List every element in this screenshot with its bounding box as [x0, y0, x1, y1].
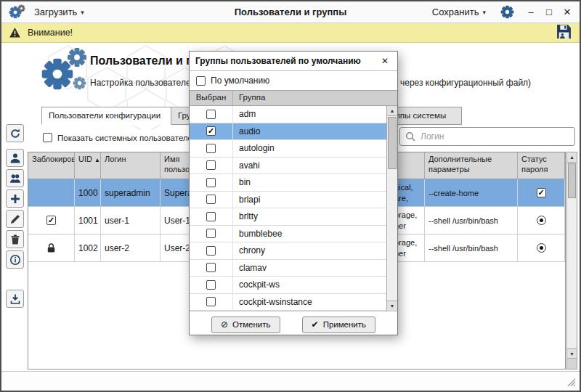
scroll-down-button[interactable]: ▼: [387, 301, 397, 311]
close-button[interactable]: ✕: [562, 7, 572, 17]
dialog-close-button[interactable]: ✕: [378, 54, 391, 68]
tab-users-config[interactable]: Пользователи конфигурации: [41, 107, 171, 125]
checkbox-checked-icon[interactable]: [537, 188, 546, 197]
group-name: avahi: [233, 158, 260, 174]
group-checkbox[interactable]: [206, 126, 216, 136]
group-checkbox[interactable]: [206, 195, 216, 204]
group-row[interactable]: audio: [190, 123, 397, 141]
group-row[interactable]: avahi: [190, 158, 397, 175]
group-checkbox[interactable]: [206, 110, 216, 119]
chevron-down-icon: ▾: [482, 9, 486, 16]
show-system-users-label: Показать системных пользователей: [57, 134, 197, 142]
warning-bar: Внимание!: [1, 23, 580, 43]
user-groups-button[interactable]: [6, 169, 24, 187]
arrow-down-icon: ▼: [390, 303, 395, 309]
uid-cell: 1001: [75, 207, 101, 234]
default-checkbox-label: По умолчанию: [211, 75, 269, 86]
group-name: chrony: [233, 242, 265, 259]
column-extra-params[interactable]: Дополнительные параметры: [425, 152, 518, 179]
uid-cell: 1000: [75, 179, 101, 206]
group-row[interactable]: cockpit-wsinstance: [190, 294, 397, 311]
window-controls: – □ ✕: [526, 7, 572, 17]
group-row[interactable]: bin: [190, 174, 397, 192]
scrollbar-corner: [567, 358, 577, 369]
column-uid[interactable]: UID ▲: [75, 152, 101, 179]
group-row[interactable]: clamav: [190, 260, 397, 277]
group-checkbox[interactable]: [206, 280, 216, 290]
show-system-users-checkbox[interactable]: [43, 133, 52, 142]
arrow-up-icon: ▲: [569, 155, 574, 160]
delete-button[interactable]: [6, 230, 24, 248]
cancel-button[interactable]: ⊘ Отменить: [211, 317, 280, 333]
load-label: Загрузить: [34, 7, 77, 17]
locked-cell: [28, 207, 75, 234]
apply-button[interactable]: ✔ Применить: [302, 317, 375, 333]
group-row[interactable]: bumblebee: [190, 226, 397, 243]
dialog-vertical-scrollbar: ▲ ▼: [386, 106, 397, 311]
dialog-titlebar: Группы пользователей по умолчанию ✕: [190, 52, 397, 71]
group-row[interactable]: chrony: [190, 242, 397, 260]
group-checkbox[interactable]: [206, 178, 216, 187]
main-content: Пользователи и группы Настройка пользова…: [1, 43, 580, 372]
scroll-up-button[interactable]: ▲: [567, 152, 577, 163]
app-window: Загрузить ▾ Пользователи и группы Сохран…: [0, 0, 581, 392]
add-user-button[interactable]: [6, 149, 24, 167]
scrollbar-thumb[interactable]: [568, 163, 576, 198]
group-name: audio: [233, 123, 260, 140]
group-checkbox[interactable]: [206, 229, 216, 238]
group-checkbox[interactable]: [206, 144, 216, 153]
group-row[interactable]: cockpit-ws: [190, 277, 397, 294]
download-icon: [9, 293, 21, 305]
page-subtitle-end: через конфигурационный файл): [400, 78, 531, 88]
group-row[interactable]: brltty: [190, 208, 397, 226]
password-status-cell: [518, 207, 565, 234]
save-menu-button[interactable]: Сохранить ▾: [429, 5, 489, 19]
column-login[interactable]: Логин: [101, 152, 161, 179]
add-button[interactable]: [6, 189, 24, 208]
maximize-button[interactable]: □: [544, 7, 554, 17]
load-menu-button[interactable]: Загрузить ▾: [31, 5, 87, 19]
group-checkbox[interactable]: [206, 212, 216, 221]
radio-on-icon[interactable]: [537, 216, 546, 225]
group-row[interactable]: brlapi: [190, 192, 397, 209]
scrollbar-thumb[interactable]: [388, 117, 397, 169]
group-name: cockpit-wsinstance: [233, 294, 312, 311]
floppy-save-icon: [556, 23, 572, 40]
checkbox-checked-icon[interactable]: [46, 216, 56, 225]
column-locked[interactable]: Заблокирован: [28, 152, 75, 179]
search-input[interactable]: [419, 131, 569, 142]
warning-triangle-icon: [9, 27, 21, 38]
group-name: bin: [233, 174, 251, 191]
save-users-file-button[interactable]: [556, 23, 572, 42]
group-row[interactable]: adm: [190, 106, 397, 123]
group-row[interactable]: autologin: [190, 140, 397, 158]
settings-gear-button[interactable]: [500, 5, 514, 19]
cancel-icon: ⊘: [221, 319, 228, 330]
params-cell: --create-home: [425, 179, 518, 206]
minimize-button[interactable]: –: [526, 7, 536, 17]
group-name: brlapi: [233, 192, 260, 208]
group-checkbox[interactable]: [206, 263, 216, 272]
group-checkbox[interactable]: [206, 297, 216, 306]
group-checkbox[interactable]: [206, 246, 216, 256]
refresh-button[interactable]: [6, 124, 24, 142]
uid-cell: 1002: [75, 234, 101, 261]
edit-button[interactable]: [6, 210, 24, 228]
groups-list: adm audio autologin avahi bin: [190, 106, 397, 311]
default-groups-dialog: Группы пользователей по умолчанию ✕ По у…: [189, 51, 398, 335]
groups-list-header: Выбран Группа: [190, 90, 397, 106]
locked-cell: [28, 179, 75, 206]
column-password-status[interactable]: Статус пароля: [518, 152, 565, 179]
scroll-up-button[interactable]: ▲: [387, 106, 397, 116]
import-button[interactable]: [6, 290, 24, 308]
lock-icon: [46, 242, 57, 253]
resize-grip[interactable]: [567, 378, 576, 387]
user-icon: [9, 152, 21, 164]
info-button[interactable]: [6, 250, 24, 269]
default-checkbox[interactable]: [196, 76, 206, 86]
group-name: clamav: [233, 260, 267, 277]
group-checkbox[interactable]: [206, 160, 216, 170]
plus-icon: [9, 193, 21, 205]
scroll-down-button[interactable]: ▼: [567, 348, 577, 359]
radio-on-icon[interactable]: [537, 243, 546, 253]
